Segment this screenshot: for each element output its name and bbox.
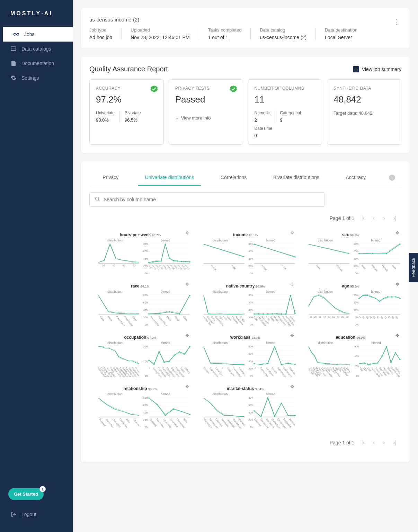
view-job-summary-link[interactable]: View job summary bbox=[353, 66, 401, 72]
logout-button[interactable]: Logout bbox=[0, 507, 73, 522]
expand-icon[interactable]: ✥ bbox=[290, 333, 294, 338]
expand-icon[interactable]: ✥ bbox=[290, 384, 294, 389]
expand-icon[interactable]: ✥ bbox=[185, 282, 189, 287]
svg-point-50 bbox=[189, 295, 190, 296]
svg-point-60 bbox=[272, 313, 273, 315]
get-started-label: Get Started bbox=[14, 491, 38, 497]
expand-icon[interactable]: ✥ bbox=[185, 384, 189, 389]
expand-icon[interactable]: ✥ bbox=[185, 333, 189, 338]
tab-univariate-distributions[interactable]: Univariate distributions bbox=[138, 170, 201, 186]
metric-privacy: PRIVACY TESTS Passed ⌄ View more info bbox=[169, 79, 243, 145]
info-icon[interactable]: i bbox=[389, 175, 395, 181]
search-box[interactable] bbox=[89, 192, 325, 207]
svg-point-38 bbox=[372, 253, 373, 255]
view-more-info-link[interactable]: ⌄ View more info bbox=[175, 115, 237, 121]
chart-marital-status: ✥marital-status 99.4%distributionMarried… bbox=[195, 383, 296, 431]
metric-label: NUMBER OF COLUMNS bbox=[255, 86, 316, 91]
sub-chart-label: binned bbox=[141, 392, 190, 396]
tab-accuracy[interactable]: Accuracy bbox=[339, 170, 373, 186]
meta-label: Uploaded bbox=[131, 27, 189, 33]
logo: MOSTLY·AI bbox=[0, 10, 73, 27]
job-meta-item: Job typeAd hoc job bbox=[89, 27, 121, 40]
metric-label: PRIVACY TESTS bbox=[175, 86, 237, 91]
chart-sex: ✥sex 99.6%distributionMaleFemalebinned80… bbox=[300, 230, 401, 277]
get-started-button[interactable]: Get Started 1 bbox=[8, 488, 44, 500]
gear-icon bbox=[10, 75, 17, 81]
svg-point-95 bbox=[189, 346, 190, 347]
tab-correlations[interactable]: Correlations bbox=[214, 170, 254, 186]
svg-point-74 bbox=[371, 296, 372, 298]
svg-point-80 bbox=[395, 296, 397, 298]
next-page-icon[interactable]: › bbox=[382, 214, 386, 223]
tab-bivariate-distributions[interactable]: Bivariate distributions bbox=[266, 170, 326, 186]
svg-point-143 bbox=[281, 402, 282, 404]
kebab-menu-icon[interactable]: ⋮ bbox=[392, 17, 401, 27]
meta-value: us-census-income (2) bbox=[260, 35, 306, 40]
svg-point-64 bbox=[290, 295, 291, 296]
svg-point-139 bbox=[253, 410, 255, 412]
svg-point-79 bbox=[391, 296, 392, 298]
expand-icon[interactable]: ✥ bbox=[395, 333, 399, 338]
chart-title: workclass 98.3% bbox=[196, 335, 295, 340]
svg-point-90 bbox=[163, 362, 165, 363]
sub-value: 9 bbox=[280, 117, 301, 123]
expand-icon[interactable]: ✥ bbox=[290, 230, 294, 236]
first-page-icon[interactable]: |‹ bbox=[360, 214, 366, 223]
sub-chart-label: distribution bbox=[91, 239, 139, 242]
first-page-icon[interactable]: |‹ bbox=[360, 438, 366, 447]
svg-point-141 bbox=[267, 397, 268, 399]
sub-chart-label: distribution bbox=[196, 392, 244, 396]
svg-point-71 bbox=[358, 298, 360, 299]
last-page-icon[interactable]: ›| bbox=[392, 214, 398, 223]
sub-label: Bivariate bbox=[125, 110, 141, 115]
sidebar-item-data-catalogs[interactable]: Data catalogs bbox=[0, 42, 73, 56]
svg-point-24 bbox=[189, 261, 190, 263]
svg-point-56 bbox=[253, 313, 255, 315]
sidebar-item-jobs[interactable]: Jobs bbox=[2, 27, 73, 42]
meta-value: Nov 28, 2022, 12:46:01 PM bbox=[131, 35, 189, 40]
next-page-icon[interactable]: › bbox=[382, 438, 386, 447]
check-badge-icon bbox=[230, 85, 237, 93]
svg-point-114 bbox=[364, 362, 365, 364]
sidebar-item-settings[interactable]: Settings bbox=[0, 71, 73, 85]
feedback-tab[interactable]: Feedback bbox=[409, 253, 418, 282]
last-page-icon[interactable]: ›| bbox=[392, 438, 398, 447]
expand-icon[interactable]: ✥ bbox=[395, 282, 399, 287]
svg-point-104 bbox=[274, 346, 275, 347]
expand-icon[interactable]: ✥ bbox=[185, 230, 189, 236]
chart-hours-per-week: ✥hours-per-week 96.7%distribution2040608… bbox=[89, 230, 191, 277]
qa-title: Quality Assurance Report bbox=[89, 65, 168, 73]
pagination-text: Page 1 of 1 bbox=[330, 215, 355, 221]
meta-label: Data catalog bbox=[260, 27, 306, 33]
tab-privacy[interactable]: Privacy bbox=[96, 170, 125, 186]
catalog-icon bbox=[10, 46, 17, 52]
svg-point-140 bbox=[260, 416, 261, 417]
job-meta-item: UploadedNov 28, 2022, 12:46:01 PM bbox=[121, 27, 198, 40]
svg-point-63 bbox=[285, 313, 286, 315]
svg-point-73 bbox=[367, 295, 368, 296]
svg-point-107 bbox=[294, 364, 295, 365]
metric-accuracy: ACCURACY 97.2% Univariate98.0%Bivariate9… bbox=[89, 79, 164, 145]
document-icon bbox=[10, 60, 17, 66]
svg-point-16 bbox=[156, 261, 158, 262]
search-input[interactable] bbox=[104, 197, 320, 202]
svg-point-119 bbox=[386, 346, 387, 347]
meta-label: Data destination bbox=[325, 27, 357, 33]
chart-title: relationship 98.5% bbox=[91, 386, 190, 391]
sub-chart-label: distribution bbox=[301, 290, 349, 293]
prev-page-icon[interactable]: ‹ bbox=[372, 438, 376, 447]
svg-point-57 bbox=[258, 313, 259, 315]
sidebar: MOSTLY·AI JobsData catalogsDocumentation… bbox=[0, 0, 73, 532]
svg-point-91 bbox=[169, 361, 170, 362]
prev-page-icon[interactable]: ‹ bbox=[372, 214, 376, 223]
expand-icon[interactable]: ✥ bbox=[395, 230, 399, 236]
expand-icon[interactable]: ✥ bbox=[290, 282, 294, 287]
svg-point-59 bbox=[267, 313, 268, 315]
svg-point-62 bbox=[281, 313, 282, 315]
svg-point-15 bbox=[152, 261, 153, 263]
sidebar-item-documentation[interactable]: Documentation bbox=[0, 56, 73, 71]
svg-point-105 bbox=[281, 364, 282, 365]
sub-value: 98.0% bbox=[96, 117, 115, 123]
sub-chart-label: distribution bbox=[91, 392, 139, 396]
sub-chart-label: binned bbox=[352, 239, 400, 242]
